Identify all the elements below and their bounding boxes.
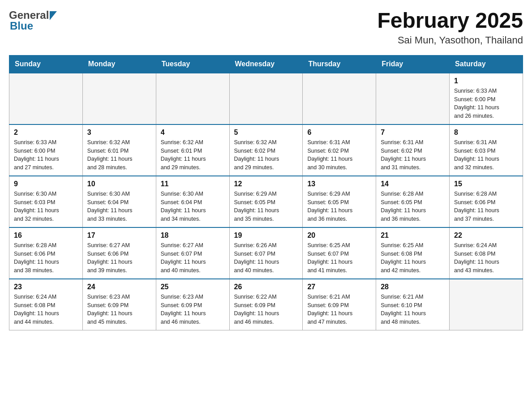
calendar-cell: 17Sunrise: 6:27 AMSunset: 6:06 PMDayligh… [82, 227, 156, 279]
day-number: 6 [307, 128, 371, 137]
calendar-cell: 20Sunrise: 6:25 AMSunset: 6:07 PMDayligh… [303, 227, 376, 279]
calendar-cell: 12Sunrise: 6:29 AMSunset: 6:05 PMDayligh… [229, 176, 303, 227]
calendar-cell [9, 73, 83, 124]
day-number: 25 [161, 283, 225, 291]
day-info: Sunrise: 6:31 AMSunset: 6:02 PMDaylight:… [307, 138, 371, 172]
day-number: 9 [14, 180, 78, 188]
day-info: Sunrise: 6:24 AMSunset: 6:08 PMDaylight:… [14, 293, 78, 326]
calendar-cell: 1Sunrise: 6:33 AMSunset: 6:00 PMDaylight… [450, 73, 523, 124]
title-block: February 2025 Sai Mun, Yasothon, Thailan… [377, 9, 523, 46]
day-number: 4 [161, 128, 225, 137]
day-info: Sunrise: 6:31 AMSunset: 6:02 PMDaylight:… [381, 138, 445, 172]
weekday-header-saturday: Saturday [450, 55, 523, 73]
day-info: Sunrise: 6:29 AMSunset: 6:05 PMDaylight:… [307, 190, 371, 223]
day-number: 18 [161, 231, 225, 240]
day-info: Sunrise: 6:29 AMSunset: 6:05 PMDaylight:… [234, 190, 298, 223]
weekday-header-wednesday: Wednesday [229, 55, 303, 73]
day-number: 14 [381, 180, 445, 188]
calendar-cell: 7Sunrise: 6:31 AMSunset: 6:02 PMDaylight… [376, 124, 450, 176]
calendar-cell: 21Sunrise: 6:25 AMSunset: 6:08 PMDayligh… [376, 227, 450, 279]
week-row-1: 1Sunrise: 6:33 AMSunset: 6:00 PMDaylight… [9, 73, 523, 124]
calendar-cell: 11Sunrise: 6:30 AMSunset: 6:04 PMDayligh… [156, 176, 229, 227]
day-number: 17 [87, 231, 151, 240]
day-number: 15 [454, 180, 518, 188]
day-info: Sunrise: 6:27 AMSunset: 6:06 PMDaylight:… [87, 241, 151, 275]
day-info: Sunrise: 6:33 AMSunset: 6:00 PMDaylight:… [14, 138, 78, 172]
calendar-cell: 27Sunrise: 6:21 AMSunset: 6:09 PMDayligh… [303, 279, 376, 330]
day-info: Sunrise: 6:21 AMSunset: 6:09 PMDaylight:… [307, 293, 371, 326]
day-info: Sunrise: 6:25 AMSunset: 6:07 PMDaylight:… [307, 241, 371, 275]
day-info: Sunrise: 6:32 AMSunset: 6:02 PMDaylight:… [234, 138, 298, 172]
calendar-cell: 24Sunrise: 6:23 AMSunset: 6:09 PMDayligh… [82, 279, 156, 330]
calendar-cell: 10Sunrise: 6:30 AMSunset: 6:04 PMDayligh… [82, 176, 156, 227]
day-number: 16 [14, 231, 78, 240]
day-info: Sunrise: 6:33 AMSunset: 6:00 PMDaylight:… [454, 87, 518, 120]
day-info: Sunrise: 6:24 AMSunset: 6:08 PMDaylight:… [454, 241, 518, 275]
day-number: 3 [87, 128, 151, 137]
calendar-cell: 18Sunrise: 6:27 AMSunset: 6:07 PMDayligh… [156, 227, 229, 279]
logo: General Blue [9, 9, 57, 32]
weekday-header-sunday: Sunday [9, 55, 83, 73]
day-info: Sunrise: 6:30 AMSunset: 6:04 PMDaylight:… [161, 190, 225, 223]
day-number: 27 [307, 283, 371, 291]
calendar-subtitle: Sai Mun, Yasothon, Thailand [377, 34, 523, 46]
day-number: 2 [14, 128, 78, 137]
page-header: General Blue February 2025 Sai Mun, Yaso… [9, 9, 523, 46]
day-number: 1 [454, 77, 518, 85]
day-number: 28 [381, 283, 445, 291]
calendar-cell: 14Sunrise: 6:28 AMSunset: 6:05 PMDayligh… [376, 176, 450, 227]
day-info: Sunrise: 6:26 AMSunset: 6:07 PMDaylight:… [234, 241, 298, 275]
day-number: 23 [14, 283, 78, 291]
day-info: Sunrise: 6:32 AMSunset: 6:01 PMDaylight:… [161, 138, 225, 172]
day-number: 11 [161, 180, 225, 188]
weekday-header-friday: Friday [376, 55, 450, 73]
weekday-header-monday: Monday [82, 55, 156, 73]
day-number: 22 [454, 231, 518, 240]
calendar-cell: 16Sunrise: 6:28 AMSunset: 6:06 PMDayligh… [9, 227, 83, 279]
calendar-cell: 15Sunrise: 6:28 AMSunset: 6:06 PMDayligh… [450, 176, 523, 227]
day-info: Sunrise: 6:30 AMSunset: 6:03 PMDaylight:… [14, 190, 78, 223]
day-number: 12 [234, 180, 298, 188]
day-info: Sunrise: 6:27 AMSunset: 6:07 PMDaylight:… [161, 241, 225, 275]
day-info: Sunrise: 6:30 AMSunset: 6:04 PMDaylight:… [87, 190, 151, 223]
calendar-cell: 2Sunrise: 6:33 AMSunset: 6:00 PMDaylight… [9, 124, 83, 176]
calendar-cell [376, 73, 450, 124]
calendar-cell: 28Sunrise: 6:21 AMSunset: 6:10 PMDayligh… [376, 279, 450, 330]
calendar-cell: 3Sunrise: 6:32 AMSunset: 6:01 PMDaylight… [82, 124, 156, 176]
day-number: 21 [381, 231, 445, 240]
weekday-header-tuesday: Tuesday [156, 55, 229, 73]
logo-triangle-icon [50, 11, 57, 20]
calendar-cell [229, 73, 303, 124]
weekday-header-thursday: Thursday [303, 55, 376, 73]
calendar-cell: 13Sunrise: 6:29 AMSunset: 6:05 PMDayligh… [303, 176, 376, 227]
calendar-cell: 5Sunrise: 6:32 AMSunset: 6:02 PMDaylight… [229, 124, 303, 176]
day-info: Sunrise: 6:22 AMSunset: 6:09 PMDaylight:… [234, 293, 298, 326]
calendar-cell: 19Sunrise: 6:26 AMSunset: 6:07 PMDayligh… [229, 227, 303, 279]
calendar-cell: 22Sunrise: 6:24 AMSunset: 6:08 PMDayligh… [450, 227, 523, 279]
week-row-5: 23Sunrise: 6:24 AMSunset: 6:08 PMDayligh… [9, 279, 523, 330]
day-number: 8 [454, 128, 518, 137]
day-info: Sunrise: 6:31 AMSunset: 6:03 PMDaylight:… [454, 138, 518, 172]
day-info: Sunrise: 6:28 AMSunset: 6:06 PMDaylight:… [454, 190, 518, 223]
calendar-cell [82, 73, 156, 124]
calendar-cell: 6Sunrise: 6:31 AMSunset: 6:02 PMDaylight… [303, 124, 376, 176]
week-row-4: 16Sunrise: 6:28 AMSunset: 6:06 PMDayligh… [9, 227, 523, 279]
day-number: 26 [234, 283, 298, 291]
day-info: Sunrise: 6:28 AMSunset: 6:05 PMDaylight:… [381, 190, 445, 223]
calendar-cell: 25Sunrise: 6:23 AMSunset: 6:09 PMDayligh… [156, 279, 229, 330]
calendar-cell: 8Sunrise: 6:31 AMSunset: 6:03 PMDaylight… [450, 124, 523, 176]
weekday-header-row: SundayMondayTuesdayWednesdayThursdayFrid… [9, 55, 523, 73]
calendar-cell [450, 279, 523, 330]
day-info: Sunrise: 6:32 AMSunset: 6:01 PMDaylight:… [87, 138, 151, 172]
day-info: Sunrise: 6:21 AMSunset: 6:10 PMDaylight:… [381, 293, 445, 326]
day-info: Sunrise: 6:23 AMSunset: 6:09 PMDaylight:… [161, 293, 225, 326]
calendar-table: SundayMondayTuesdayWednesdayThursdayFrid… [9, 55, 523, 330]
calendar-cell: 23Sunrise: 6:24 AMSunset: 6:08 PMDayligh… [9, 279, 83, 330]
day-number: 20 [307, 231, 371, 240]
calendar-cell [156, 73, 229, 124]
day-info: Sunrise: 6:23 AMSunset: 6:09 PMDaylight:… [87, 293, 151, 326]
week-row-2: 2Sunrise: 6:33 AMSunset: 6:00 PMDaylight… [9, 124, 523, 176]
week-row-3: 9Sunrise: 6:30 AMSunset: 6:03 PMDaylight… [9, 176, 523, 227]
day-info: Sunrise: 6:28 AMSunset: 6:06 PMDaylight:… [14, 241, 78, 275]
calendar-title: February 2025 [377, 9, 523, 33]
